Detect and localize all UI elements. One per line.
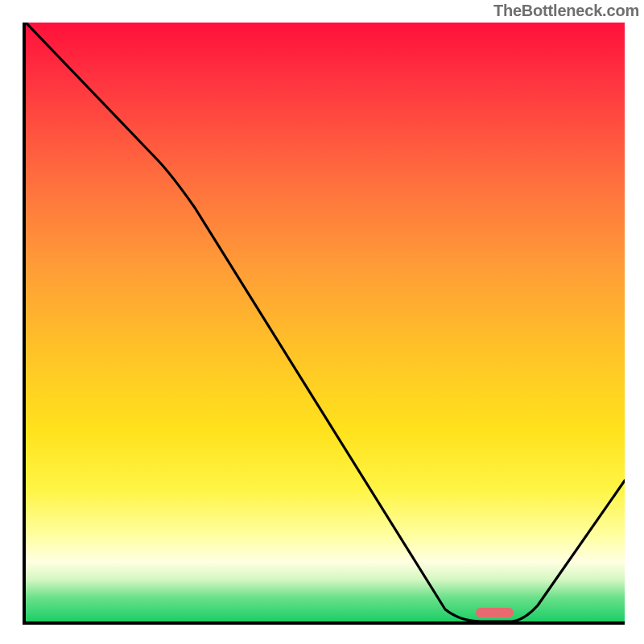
chart-canvas: TheBottleneck.com	[0, 0, 644, 644]
bottleneck-curve-path	[26, 23, 625, 621]
optimal-range-marker	[476, 608, 514, 617]
plot-area	[23, 23, 625, 625]
watermark-text: TheBottleneck.com	[493, 2, 639, 20]
curve-svg	[26, 23, 625, 621]
